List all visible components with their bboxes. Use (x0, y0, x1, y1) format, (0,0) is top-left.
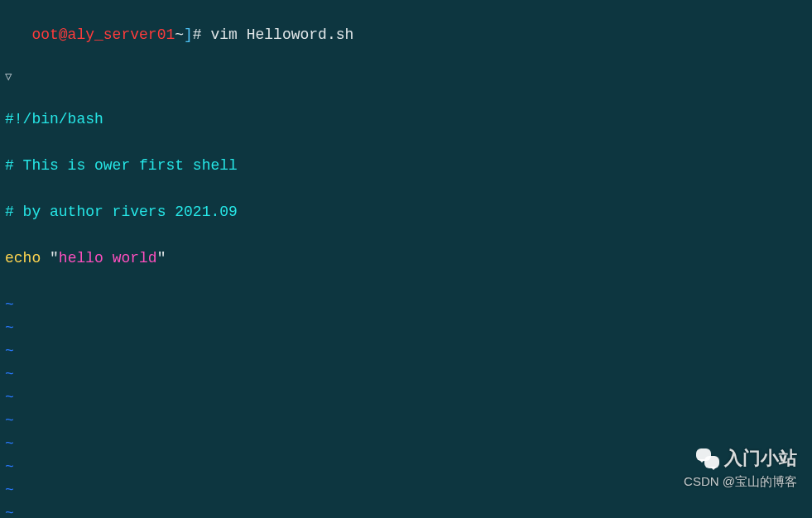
echo-keyword: echo (5, 250, 41, 266)
prompt-hash: # (193, 26, 202, 43)
wechat-icon (696, 448, 719, 468)
vim-tilde-line: ~ (5, 362, 807, 386)
command-text: vim Helloword.sh (210, 26, 353, 43)
vim-more-marker: ▽ (5, 70, 807, 84)
watermark-subtitle: CSDN @宝山的博客 (684, 470, 797, 493)
script-comment-2: # by author rivers 2021.09 (5, 200, 807, 223)
script-comment-1: # This is ower first shell (5, 154, 807, 177)
terminal[interactable]: oot@aly_server01~]# vim Helloword.sh ▽ #… (0, 0, 812, 518)
watermark-title: 入门小站 (724, 447, 797, 470)
vim-tilde-line: ~ (5, 409, 807, 432)
watermark: 入门小站 CSDN @宝山的博客 (684, 447, 797, 493)
vim-tilde-line: ~ (5, 501, 807, 518)
script-shebang: #!/bin/bash (5, 108, 807, 131)
prompt-line-1: oot@aly_server01~]# vim Helloword.sh (5, 23, 807, 46)
vim-tilde-line: ~ (5, 316, 807, 339)
vim-tilde-line: ~ (5, 339, 807, 362)
script-echo-line: echo "hello world" (5, 247, 807, 270)
bracket-close: ] (184, 26, 193, 43)
echo-string: hello world (59, 250, 157, 266)
tilde-mark: ~ (175, 26, 184, 43)
vim-tilde-line: ~ (5, 386, 807, 409)
user-host: oot@aly_server01 (31, 26, 175, 43)
vim-tilde-line: ~ (5, 293, 807, 316)
